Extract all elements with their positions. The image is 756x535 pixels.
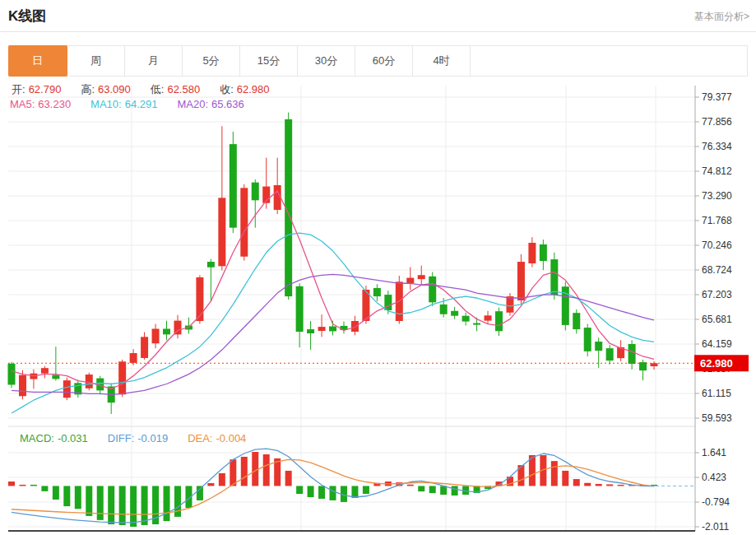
svg-text:65.681: 65.681 xyxy=(702,314,732,325)
ohlc-legend-item-2: 低:62.580 xyxy=(151,83,203,95)
macd-bar xyxy=(207,483,214,486)
macd-bar xyxy=(164,486,170,521)
macd-bar xyxy=(75,486,81,509)
candle xyxy=(141,337,148,358)
candle xyxy=(517,262,525,300)
ma-legend-item-1: MA10:64.291 xyxy=(90,98,160,110)
macd-bar xyxy=(53,486,59,500)
svg-text:-0.794: -0.794 xyxy=(702,496,730,508)
macd-legend-item-1: DIFF:-0.019 xyxy=(108,432,171,444)
ohlc-legend: 开:62.790高:63.090低:62.580收:62.980 xyxy=(12,82,290,97)
candle xyxy=(252,183,259,201)
candle xyxy=(440,305,448,314)
diff-line xyxy=(12,449,654,523)
svg-text:74.812: 74.812 xyxy=(702,165,732,177)
candle xyxy=(384,295,392,310)
candle xyxy=(63,380,71,398)
candle xyxy=(651,363,658,366)
candle xyxy=(406,278,414,284)
macd-bar xyxy=(108,486,114,524)
svg-text:68.724: 68.724 xyxy=(702,264,732,276)
macd-bar xyxy=(252,452,258,486)
macd-bar xyxy=(296,486,303,494)
candle xyxy=(307,329,314,333)
macd-bar xyxy=(452,486,458,495)
svg-text:79.377: 79.377 xyxy=(702,91,732,103)
macd-bar xyxy=(174,486,181,516)
svg-text:0.423: 0.423 xyxy=(702,472,726,483)
macd-bar xyxy=(86,486,92,515)
macd-bar xyxy=(440,486,447,495)
candle xyxy=(429,277,436,303)
macd-bar xyxy=(418,486,424,491)
candle xyxy=(584,328,591,351)
svg-text:73.290: 73.290 xyxy=(702,190,732,202)
candle xyxy=(606,348,614,361)
macd-bar xyxy=(596,484,602,486)
candle xyxy=(196,277,203,321)
kline-page: K线图 基本面分析> 日周月5分15分30分60分4时 开:62.790高:63… xyxy=(0,0,756,535)
ohlc-legend-item-0: 开:62.790 xyxy=(12,83,64,95)
svg-text:77.856: 77.856 xyxy=(702,116,732,128)
macd-bar xyxy=(584,483,591,486)
svg-text:71.768: 71.768 xyxy=(702,215,732,226)
macd-bar xyxy=(230,459,236,486)
macd-bar xyxy=(351,486,358,498)
macd-axis-labels: 1.6410.423-0.794-2.011 xyxy=(695,447,730,533)
ma-legend-item-0: MA5:63.230 xyxy=(10,98,74,110)
candlestick-chart[interactable]: 79.37777.85676.33474.81273.29071.76870.2… xyxy=(0,0,756,535)
candle xyxy=(163,328,170,334)
candle xyxy=(373,288,381,296)
macd-histogram xyxy=(8,452,657,527)
macd-bar xyxy=(19,485,26,486)
macd-legend-item-2: DEA:-0.004 xyxy=(188,432,249,444)
macd-bar xyxy=(573,479,580,486)
macd-bar xyxy=(562,471,568,486)
svg-text:76.334: 76.334 xyxy=(702,141,732,152)
macd-bar xyxy=(308,486,314,497)
svg-text:61.115: 61.115 xyxy=(702,388,731,399)
candle xyxy=(351,321,359,332)
macd-bar xyxy=(551,461,558,486)
candle xyxy=(207,262,215,268)
candle xyxy=(41,368,49,374)
ohlc-legend-item-3: 收:62.980 xyxy=(220,83,272,95)
macd-legend-item-0: MACD:-0.031 xyxy=(20,432,91,444)
candle xyxy=(152,328,160,343)
svg-text:62.980: 62.980 xyxy=(700,357,733,370)
macd-bar xyxy=(618,485,624,486)
svg-text:59.593: 59.593 xyxy=(702,412,732,424)
macd-bar xyxy=(263,454,270,486)
gridlines-horizontal xyxy=(8,97,695,527)
svg-text:67.203: 67.203 xyxy=(702,289,732,300)
candle xyxy=(418,275,425,279)
svg-text:64.159: 64.159 xyxy=(702,338,732,350)
candle xyxy=(8,364,16,385)
candle xyxy=(296,286,304,332)
candle xyxy=(550,259,558,295)
ohlc-legend-item-1: 高:63.090 xyxy=(81,83,133,95)
macd-bar xyxy=(30,485,37,486)
candle xyxy=(130,353,137,363)
candle xyxy=(218,198,225,266)
candle xyxy=(329,327,336,332)
macd-bar xyxy=(63,486,70,506)
candle xyxy=(19,375,26,397)
macd-bar xyxy=(130,486,137,527)
candle xyxy=(506,296,513,313)
macd-bar xyxy=(606,484,613,486)
macd-legend: MACD:-0.031DIFF:-0.019DEA:-0.004 xyxy=(20,432,266,444)
macd-bar xyxy=(429,486,436,493)
candle xyxy=(495,311,503,331)
candle xyxy=(528,243,536,263)
macd-bar xyxy=(241,457,248,486)
candle xyxy=(628,344,636,364)
svg-text:1.641: 1.641 xyxy=(702,447,726,458)
candle xyxy=(595,342,602,351)
macd-bar xyxy=(141,486,148,525)
gridlines-vertical xyxy=(132,86,656,531)
candle xyxy=(318,327,326,331)
macd-bar xyxy=(330,486,336,500)
candle xyxy=(274,185,281,210)
current-price-tag: 62.980 xyxy=(694,355,749,371)
